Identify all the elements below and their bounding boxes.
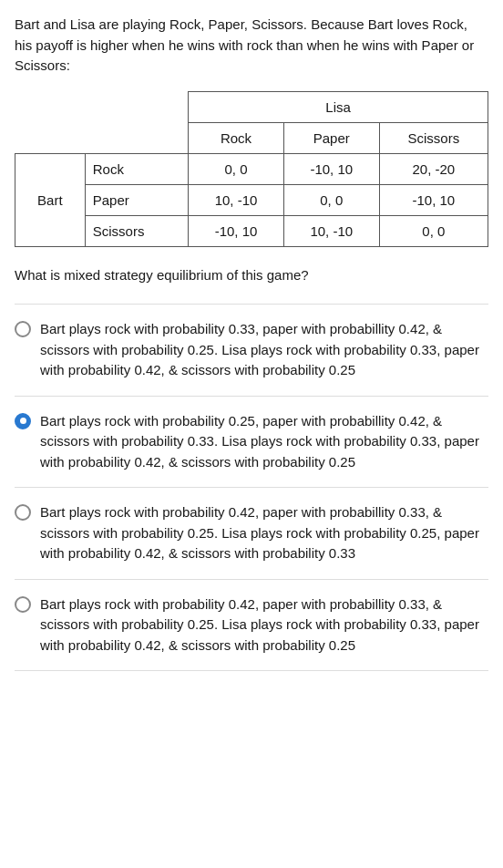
lisa-header: Lisa — [189, 91, 488, 122]
row-scissors-label: Scissors — [85, 215, 188, 246]
col-paper: Paper — [283, 122, 379, 153]
option-b[interactable]: Bart plays rock with probability 0.25, p… — [15, 396, 488, 488]
radio-c[interactable] — [15, 504, 31, 521]
cell-paper-paper: 0, 0 — [283, 184, 379, 215]
option-c-text: Bart plays rock with probability 0.42, p… — [40, 502, 488, 564]
col-scissors: Scissors — [379, 122, 488, 153]
radio-d[interactable] — [15, 596, 31, 613]
cell-rock-scissors: 20, -20 — [379, 153, 488, 184]
option-d-text: Bart plays rock with probability 0.42, p… — [40, 594, 488, 656]
option-c[interactable]: Bart plays rock with probability 0.42, p… — [15, 487, 488, 579]
bart-label: Bart — [15, 153, 86, 246]
col-rock: Rock — [189, 122, 284, 153]
option-b-text: Bart plays rock with probability 0.25, p… — [40, 411, 488, 473]
radio-b[interactable] — [15, 413, 31, 429]
intro-text: Bart and Lisa are playing Rock, Paper, S… — [15, 15, 488, 77]
cell-scissors-scissors: 0, 0 — [379, 215, 488, 246]
row-rock-label: Rock — [85, 153, 188, 184]
cell-paper-scissors: -10, 10 — [379, 184, 488, 215]
cell-rock-paper: -10, 10 — [283, 153, 379, 184]
cell-paper-rock: 10, -10 — [189, 184, 284, 215]
cell-scissors-rock: -10, 10 — [189, 215, 284, 246]
option-d[interactable]: Bart plays rock with probability 0.42, p… — [15, 579, 488, 672]
question-text: What is mixed strategy equilibrium of th… — [15, 265, 488, 286]
cell-rock-rock: 0, 0 — [189, 153, 284, 184]
option-a[interactable]: Bart plays rock with probability 0.33, p… — [15, 304, 488, 396]
cell-scissors-paper: 10, -10 — [283, 215, 379, 246]
payoff-table: Lisa Rock Paper Scissors Bart Rock 0, 0 … — [15, 91, 488, 247]
row-paper-label: Paper — [85, 184, 188, 215]
option-a-text: Bart plays rock with probability 0.33, p… — [40, 319, 488, 381]
radio-a[interactable] — [15, 321, 31, 337]
answer-options: Bart plays rock with probability 0.33, p… — [15, 304, 488, 671]
